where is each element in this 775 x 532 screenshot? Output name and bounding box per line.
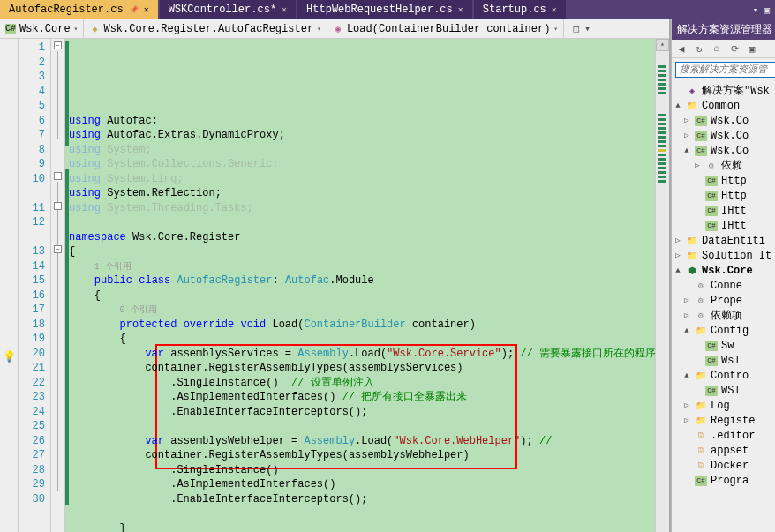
tree-node-label: Wsl — [721, 355, 741, 367]
solution-search-input[interactable] — [680, 64, 775, 75]
line-number-gutter: 1234567891011121314151617181920212223242… — [19, 39, 51, 532]
cs-icon: C# — [705, 176, 718, 186]
tree-node[interactable]: 🗎.editor — [672, 428, 775, 443]
close-icon[interactable]: ✕ — [458, 4, 463, 15]
tree-node[interactable]: C#Http — [672, 173, 775, 188]
back-icon[interactable]: ◀ — [675, 42, 688, 55]
tree-node[interactable]: C#Wsl — [672, 353, 775, 368]
lightbulb-icon[interactable]: 💡 — [3, 350, 16, 363]
code-editor[interactable]: using Autofac;using Autofac.Extras.Dynam… — [65, 39, 655, 532]
expand-icon[interactable]: ▷ — [682, 401, 691, 410]
csharp-icon: C# — [5, 24, 16, 34]
sync-icon[interactable]: ⟳ — [728, 42, 741, 55]
tree-node-label: Wsk.Co — [711, 130, 749, 142]
refresh-icon[interactable]: ↻ — [693, 42, 705, 55]
expand-icon[interactable]: ▷ — [682, 116, 691, 125]
expand-icon[interactable]: ▷ — [682, 416, 691, 425]
tree-node[interactable]: ▲⬢Wsk.Core — [672, 263, 775, 278]
cs-icon: C# — [705, 341, 718, 351]
expand-icon[interactable]: ▲ — [682, 326, 691, 335]
expand-icon[interactable]: ▲ — [673, 101, 682, 110]
tree-node-label: Wsk.Co — [711, 115, 749, 127]
prj-icon: ⬢ — [686, 266, 698, 276]
tree-node[interactable]: ▲📁Contro — [672, 368, 775, 383]
editor-tab[interactable]: AutofacRegister.cs📌✕ — [0, 0, 158, 19]
solution-tree[interactable]: ◈解决方案"Wsk▲📁Common▷C#Wsk.Co▷C#Wsk.Co▲C#Ws… — [672, 81, 775, 532]
tree-node-label: IHtt — [721, 205, 747, 217]
tree-node[interactable]: ▲📁Common — [672, 98, 775, 113]
fold-toggle[interactable]: − — [54, 172, 62, 180]
dropdown-icon[interactable]: ▾ — [584, 23, 591, 34]
nav-namespace-label: Wsk.Core — [19, 23, 71, 35]
nav-method-label: Load(ContainerBuilder container) — [347, 23, 550, 35]
expand-icon[interactable]: ▷ — [682, 296, 691, 305]
window-float-icon[interactable]: ▣ — [764, 4, 770, 16]
cs-icon: C# — [695, 476, 707, 486]
expand-icon[interactable]: ▷ — [673, 236, 682, 245]
tree-node[interactable]: ▷C#Wsk.Co — [672, 113, 775, 128]
tree-node[interactable]: ▷📁Registe — [672, 413, 775, 428]
dep-icon: ⚙ — [705, 161, 718, 171]
tree-node[interactable]: C#WSl — [672, 383, 775, 398]
tree-node-label: WSl — [721, 385, 741, 397]
fld-icon: 📁 — [686, 101, 698, 111]
fold-toggle[interactable]: − — [54, 202, 62, 210]
tree-node-label: Wsk.Co — [711, 145, 749, 157]
expand-icon[interactable]: ▷ — [673, 251, 682, 260]
tree-node-label: Progra — [711, 475, 749, 487]
tree-node-label: Registe — [711, 415, 755, 427]
nav-class[interactable]: ◆ Wsk.Core.Register.AutofacRegister ▾ — [84, 19, 327, 38]
pin-icon[interactable]: 📌 — [129, 5, 139, 15]
collapse-icon[interactable]: ▣ — [746, 42, 758, 55]
expand-icon[interactable]: ▲ — [682, 371, 691, 380]
close-icon[interactable]: ✕ — [282, 4, 287, 15]
expand-icon[interactable]: ▷ — [682, 131, 691, 140]
tree-node[interactable]: ⚙Conne — [672, 278, 775, 293]
vertical-scrollbar[interactable]: ▴ — [655, 39, 669, 532]
editor-tab[interactable]: Startup.cs✕ — [474, 0, 566, 19]
indicator-margin[interactable]: 💡 — [0, 39, 19, 532]
tree-node[interactable]: C#IHtt — [672, 218, 775, 233]
tree-node[interactable]: ▷⚙依赖项 — [672, 308, 775, 323]
sln-icon: ◈ — [686, 86, 698, 96]
scroll-up-icon[interactable]: ▴ — [656, 39, 669, 51]
tree-node-label: .editor — [711, 430, 755, 442]
tree-node[interactable]: ▷⚙Prope — [672, 293, 775, 308]
tree-node[interactable]: C#Http — [672, 188, 775, 203]
expand-icon[interactable]: ▷ — [693, 161, 702, 170]
tree-node[interactable]: ▷C#Wsk.Co — [672, 128, 775, 143]
tabs-overflow-icon[interactable]: ▾ — [753, 4, 759, 16]
tree-node-label: Common — [702, 100, 740, 112]
tree-node[interactable]: C#Sw — [672, 338, 775, 353]
nav-method[interactable]: ◉ Load(ContainerBuilder container) ▾ — [327, 19, 564, 38]
tree-node[interactable]: 🗎appset — [672, 443, 775, 458]
tree-node[interactable]: ▷📁Solution It — [672, 248, 775, 263]
tree-node-label: Http — [721, 175, 747, 187]
close-icon[interactable]: ✕ — [144, 4, 149, 15]
expand-icon[interactable]: ▷ — [682, 311, 691, 320]
tree-node[interactable]: ▷📁DataEntiti — [672, 233, 775, 248]
tree-node-label: Log — [711, 400, 730, 412]
editor-tab[interactable]: HttpWebRequestHelper.cs✕ — [297, 0, 472, 19]
tree-node[interactable]: ◈解决方案"Wsk — [672, 83, 775, 98]
fold-toggle[interactable]: − — [54, 41, 62, 49]
tree-node[interactable]: ▲📁Config — [672, 323, 775, 338]
tree-node[interactable]: C#IHtt — [672, 203, 775, 218]
tree-node[interactable]: ▲C#Wsk.Co — [672, 143, 775, 158]
chevron-down-icon: ▾ — [317, 25, 321, 33]
tree-node[interactable]: C#Progra — [672, 473, 775, 488]
outlining-margin[interactable]: − − − − — [51, 39, 65, 532]
fold-toggle[interactable]: − — [54, 245, 62, 253]
chevron-down-icon: ▾ — [553, 25, 558, 33]
home-icon[interactable]: ⌂ — [711, 42, 723, 55]
editor-tab[interactable]: WSKController.cs*✕ — [160, 0, 296, 19]
tree-node[interactable]: ▷📁Log — [672, 398, 775, 413]
nav-namespace[interactable]: C# Wsk.Core ▾ — [0, 19, 84, 38]
tree-node[interactable]: ▷⚙依赖 — [672, 158, 775, 173]
split-editor-icon[interactable]: ◫ — [574, 23, 580, 34]
solution-search[interactable] — [675, 62, 775, 78]
close-icon[interactable]: ✕ — [552, 4, 557, 15]
expand-icon[interactable]: ▲ — [682, 146, 691, 155]
expand-icon[interactable]: ▲ — [673, 266, 682, 275]
tree-node[interactable]: 🗎Docker — [672, 458, 775, 473]
